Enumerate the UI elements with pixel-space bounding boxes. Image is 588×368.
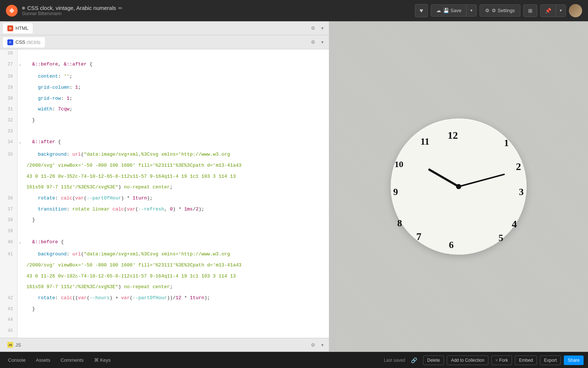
tab-css[interactable]: C CSS (SCSS) — [3, 37, 45, 47]
html-collapse-button[interactable]: ▾ — [319, 25, 326, 32]
comments-tab[interactable]: Comments — [57, 355, 87, 365]
code-line: 33 — [0, 127, 329, 138]
code-line: 28 content: ''; — [0, 72, 329, 84]
code-editor[interactable]: 26 27 ▾ &::before, &::after { 28 content… — [0, 49, 329, 338]
save-label: 💾 Save — [443, 8, 461, 13]
code-line: 40 ▾ &::before { — [0, 238, 329, 251]
tab-html[interactable]: H HTML — [3, 23, 33, 33]
embed-button[interactable]: Embed — [515, 355, 537, 365]
center-dot — [456, 184, 461, 189]
code-line: 161s59 97-7 115z'/%3E%3C/svg%3E") no-rep… — [0, 283, 329, 294]
code-line: 37 transition: rotate linear calc(var(--… — [0, 205, 329, 216]
css-icon: C — [7, 39, 13, 45]
main-content: H HTML ⚙ ▾ C CSS (SCSS) ⚙ ▾ — [0, 21, 588, 352]
save-button-group: ☁ 💾 Save ▾ — [431, 4, 477, 17]
pin-dropdown-button[interactable]: ▾ — [556, 5, 566, 17]
author-name: Gunnar Bittersmann — [22, 11, 415, 16]
code-line: 42 rotate: calc((var(--hours) + var(--pa… — [0, 294, 329, 305]
css-settings-button[interactable]: ⚙ — [309, 39, 318, 46]
clock-face: 12 1 2 3 4 5 6 7 8 9 10 11 — [391, 118, 527, 255]
js-settings-button[interactable]: ⚙ — [309, 342, 318, 348]
code-line: 43 0 11-26 0v-192c-74-10-12-65-8-112s11-… — [0, 272, 329, 283]
header-title-area: CSS clock, vintage, Arabic numerals ✏ Gu… — [22, 5, 415, 16]
code-line: 34 ▾ &::after { — [0, 138, 329, 151]
header-actions: ♥ ☁ 💾 Save ▾ ⚙ ⚙ Settings ⊞ 📌 ▾ — [415, 4, 582, 17]
title-text: CSS clock, vintage, Arabic numerals — [27, 5, 116, 11]
tab-js[interactable]: JS JS — [3, 340, 25, 350]
svg-point-1 — [11, 10, 12, 11]
code-line: /2000/svg' viewBox='-50 -800 100 1600' f… — [0, 261, 329, 272]
code-line: 31 width: 7cqw; — [0, 105, 329, 116]
code-line: 44 — [0, 316, 329, 327]
gear-icon: ⚙ — [485, 8, 490, 13]
cloud-icon: ☁ — [436, 8, 441, 13]
html-settings-button[interactable]: ⚙ — [309, 25, 318, 32]
js-tab-label: JS — [15, 342, 21, 348]
bottom-bar: Console Assets Comments ⌘ Keys Last save… — [0, 352, 588, 368]
status-dot — [22, 7, 25, 10]
code-line: 39 — [0, 227, 329, 238]
html-tab-controls: ⚙ ▾ — [309, 25, 326, 32]
code-line: 35 background: url("data:image/svg+xml,%… — [0, 151, 329, 162]
code-line: 32 } — [0, 116, 329, 127]
css-tab-bar: C CSS (SCSS) ⚙ ▾ — [0, 35, 329, 49]
keys-tab[interactable]: ⌘ Keys — [90, 355, 115, 365]
assets-tab[interactable]: Assets — [32, 355, 54, 365]
share-button[interactable]: Share — [564, 355, 584, 365]
layout-button[interactable]: ⊞ — [523, 4, 537, 17]
settings-label: ⚙ Settings — [492, 8, 515, 13]
code-line: 29 grid-column: 1; — [0, 84, 329, 95]
code-line: 43 0 11-26 0v-352c-74-10-12-65-8-112s11-… — [0, 173, 329, 184]
code-line: 27 ▾ &::before, &::after { — [0, 60, 329, 73]
header: CSS clock, vintage, Arabic numerals ✏ Gu… — [0, 0, 588, 21]
code-line: 26 — [0, 49, 329, 60]
js-icon: JS — [7, 342, 13, 348]
export-button[interactable]: Export — [540, 355, 561, 365]
pin-button-group: 📌 ▾ — [540, 4, 566, 17]
html-icon: H — [7, 25, 13, 31]
delete-button[interactable]: Delete — [423, 355, 444, 365]
clock-preview: 12 1 2 3 4 5 6 7 8 9 10 11 — [391, 118, 527, 255]
code-line: 161s59 97-7 115z'/%3E%3C/svg%3E") no-rep… — [0, 183, 329, 194]
last-saved-status: Last saved — [384, 358, 405, 363]
css-collapse-button[interactable]: ▾ — [319, 39, 326, 46]
fork-label: Fork — [499, 358, 508, 363]
code-line: 36 rotate: calc(var(--partOfHour) * 1tur… — [0, 194, 329, 205]
js-collapse-button[interactable]: ▾ — [319, 342, 326, 348]
user-avatar[interactable] — [569, 4, 582, 17]
project-title: CSS clock, vintage, Arabic numerals ✏ — [22, 5, 415, 11]
add-to-collection-button[interactable]: Add to Collection — [447, 355, 488, 365]
code-line: /2000/svg' viewBox='-50 -800 100 1600' f… — [0, 162, 329, 173]
code-lines: 26 27 ▾ &::before, &::after { 28 content… — [0, 49, 329, 338]
pin-button[interactable]: 📌 — [541, 5, 556, 17]
html-tab-label: HTML — [15, 25, 28, 31]
edit-icon[interactable]: ✏ — [118, 5, 123, 11]
fork-button[interactable]: ⑂ Fork — [491, 355, 512, 365]
app-logo[interactable] — [6, 5, 18, 17]
code-line: 30 grid-row: 1; — [0, 95, 329, 106]
external-link-button[interactable]: 🔗 — [408, 355, 420, 365]
css-tab-label: CSS (SCSS) — [15, 39, 40, 45]
like-button[interactable]: ♥ — [415, 4, 428, 17]
js-tab-bar: JS JS ⚙ ▾ — [0, 338, 329, 352]
css-tab-controls: ⚙ ▾ — [309, 39, 326, 46]
minute-hand — [458, 173, 505, 187]
html-tab-bar: H HTML ⚙ ▾ — [0, 21, 329, 35]
settings-button[interactable]: ⚙ ⚙ Settings — [480, 4, 520, 17]
editor-panel: H HTML ⚙ ▾ C CSS (SCSS) ⚙ ▾ — [0, 21, 329, 352]
save-button[interactable]: ☁ 💾 Save — [431, 5, 467, 16]
code-line: 45 — [0, 327, 329, 338]
js-tab-controls: ⚙ ▾ — [309, 342, 326, 348]
avatar-image — [569, 4, 582, 17]
preview-panel: 12 1 2 3 4 5 6 7 8 9 10 11 — [329, 21, 588, 352]
save-dropdown-button[interactable]: ▾ — [467, 5, 476, 16]
code-line: 41 background: url("data:image/svg+xml,%… — [0, 250, 329, 261]
code-line: 38 } — [0, 216, 329, 227]
fork-icon: ⑂ — [495, 358, 498, 363]
console-tab[interactable]: Console — [4, 355, 29, 365]
code-line: 43 } — [0, 305, 329, 316]
